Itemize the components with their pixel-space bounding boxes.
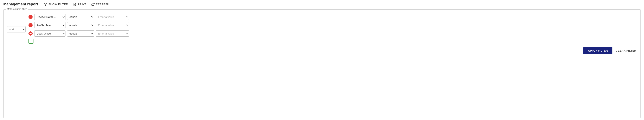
value-select-3[interactable]: Enter a value (96, 30, 129, 36)
remove-row-3-button[interactable] (28, 32, 33, 36)
print-label: PRINT (78, 3, 86, 6)
header-actions: SHOW FILTER PRINT REFRESH (44, 3, 109, 6)
filter-row: Device: Datac... Profile: Team User: Off… (28, 30, 129, 36)
refresh-icon (91, 3, 94, 6)
operator-select-1[interactable]: equals not equals contains starts with e… (67, 14, 94, 20)
apply-filter-button[interactable]: APPLY FILTER (583, 47, 612, 54)
filter-body: and or Device: Datac... Profile: Team Us… (7, 14, 637, 44)
column-select-2[interactable]: Device: Datac... Profile: Team User: Off… (34, 22, 66, 28)
connector-dropdown[interactable]: and or (7, 26, 26, 32)
page-title: Management report (3, 2, 38, 6)
add-row-button[interactable]: + (28, 39, 34, 44)
value-select-2[interactable]: Enter a value (96, 22, 129, 28)
column-select-3[interactable]: Device: Datac... Profile: Team User: Off… (34, 30, 66, 36)
show-filter-button[interactable]: SHOW FILTER (44, 3, 68, 6)
filter-row: Device: Datac... Profile: Team User: Off… (28, 22, 129, 28)
filter-legend: Meta-column filter (6, 8, 28, 10)
refresh-label: REFRESH (96, 3, 110, 6)
header: Management report SHOW FILTER PRINT (3, 2, 641, 8)
remove-row-2-button[interactable] (28, 23, 33, 27)
filter-row: Device: Datac... Profile: Team User: Off… (28, 14, 129, 20)
footer-actions: APPLY FILTER CLEAR FILTER (7, 47, 637, 54)
svg-marker-0 (44, 3, 47, 6)
print-icon (73, 3, 76, 6)
remove-row-1-button[interactable] (28, 15, 33, 19)
filter-rows: Device: Datac... Profile: Team User: Off… (28, 14, 129, 44)
connector-select-wrapper: and or (7, 26, 26, 32)
svg-rect-1 (74, 4, 76, 6)
print-button[interactable]: PRINT (73, 3, 86, 6)
operator-select-2[interactable]: equals not equals contains starts with e… (67, 22, 94, 28)
filter-section: Meta-column filter and or Device: Datac.… (3, 9, 641, 118)
operator-select-3[interactable]: equals not equals contains starts with e… (67, 30, 94, 36)
filter-icon (44, 3, 47, 6)
clear-filter-button[interactable]: CLEAR FILTER (616, 49, 636, 52)
show-filter-label: SHOW FILTER (48, 3, 68, 6)
refresh-button[interactable]: REFRESH (91, 3, 110, 6)
value-select-1[interactable]: Enter a value (96, 14, 129, 20)
page: Management report SHOW FILTER PRINT (0, 0, 644, 120)
add-row-wrapper: + (28, 39, 129, 44)
column-select-1[interactable]: Device: Datac... Profile: Team User: Off… (34, 14, 66, 20)
